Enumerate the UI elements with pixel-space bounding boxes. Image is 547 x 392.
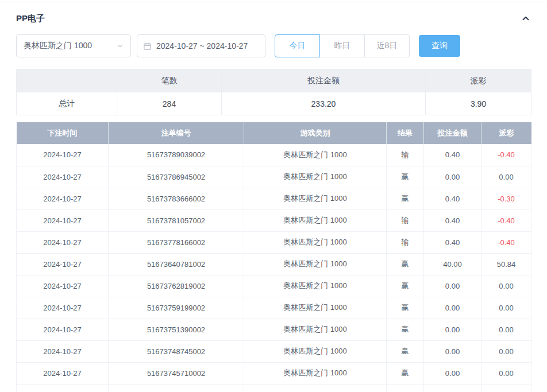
table-row: 2024-10-27 51673745710002 奥林匹斯之门 1000 赢 … — [17, 362, 531, 384]
table-row: 2024-10-27 51673781057002 奥林匹斯之门 1000 输 … — [17, 209, 531, 231]
table-row: 2024-10-27 51673786945002 奥林匹斯之门 1000 赢 … — [17, 166, 531, 188]
game-type-cell: 奥林匹斯之门 1000 — [244, 340, 387, 362]
bet-id-cell: 51673778166002 — [109, 231, 244, 253]
payout-cell: 0.00 — [481, 340, 531, 362]
chevron-down-icon — [117, 42, 124, 49]
result-cell: 输 — [387, 209, 424, 231]
table-row: 2024-10-27 51673778166002 奥林匹斯之门 1000 输 … — [17, 231, 531, 253]
result-cell: 赢 — [387, 362, 424, 384]
date-range-value: 2024-10-27 ~ 2024-10-27 — [156, 41, 248, 51]
game-type-cell: 奥林匹斯之门 1000 — [244, 319, 387, 340]
table-row: 2024-10-27 51673789039002 奥林匹斯之门 1000 输 … — [17, 144, 531, 166]
header-bet-time: 下注时间 — [17, 122, 109, 144]
bet-amount-cell: 0.00 — [424, 340, 481, 362]
total-payout-cell: 3.90 — [426, 92, 531, 115]
bet-time-cell: 2024-10-27 — [17, 340, 109, 362]
partial-row — [17, 384, 531, 392]
summary-total-row: 总计 284 233.20 3.90 — [17, 92, 531, 115]
filter-bar: 奥林匹斯之门 1000 2024-10-27 ~ 2024-10-27 今日 昨… — [16, 34, 531, 57]
header-result: 结果 — [387, 122, 424, 144]
game-select-value: 奥林匹斯之门 1000 — [24, 41, 92, 51]
bet-time-cell: 2024-10-27 — [17, 188, 109, 209]
table-row: 2024-10-27 51673748745002 奥林匹斯之门 1000 赢 … — [17, 340, 531, 362]
bet-amount-cell: 0.00 — [424, 362, 481, 384]
result-cell: 赢 — [387, 319, 424, 340]
table-row: 2024-10-27 51673783666002 奥林匹斯之门 1000 赢 … — [17, 188, 531, 209]
bet-table-body: 2024-10-27 51673789039002 奥林匹斯之门 1000 输 … — [17, 144, 531, 384]
summary-header-row: 笔数 投注金额 派彩 — [17, 69, 531, 92]
bet-table: 下注时间 注单编号 游戏类别 结果 投注金额 派彩 2024-10-27 516… — [16, 122, 531, 392]
result-cell: 赢 — [387, 297, 424, 319]
header-bet-id: 注单编号 — [109, 122, 244, 144]
summary-header-bet-amount: 投注金额 — [222, 69, 426, 92]
game-type-cell: 奥林匹斯之门 1000 — [244, 209, 387, 231]
payout-cell: -0.40 — [481, 231, 531, 253]
panel-header: PP电子 — [16, 2, 531, 34]
game-select[interactable]: 奥林匹斯之门 1000 — [16, 34, 131, 57]
bet-id-cell: 51673748745002 — [109, 340, 244, 362]
bet-time-cell: 2024-10-27 — [17, 319, 109, 340]
total-label-cell: 总计 — [17, 92, 117, 115]
header-payout: 派彩 — [481, 122, 531, 144]
table-row: 2024-10-27 51673762819002 奥林匹斯之门 1000 赢 … — [17, 275, 531, 297]
summary-header-count: 笔数 — [117, 69, 222, 92]
bet-id-cell: 51673783666002 — [109, 188, 244, 209]
quick-range-group: 今日 昨日 近8日 — [275, 34, 410, 57]
bet-time-cell: 2024-10-27 — [17, 144, 109, 166]
bet-amount-cell: 0.40 — [424, 209, 481, 231]
bet-id-cell: 51673640781002 — [109, 253, 244, 275]
result-cell: 赢 — [387, 253, 424, 275]
game-type-cell: 奥林匹斯之门 1000 — [244, 275, 387, 297]
table-row: 2024-10-27 51673751390002 奥林匹斯之门 1000 赢 … — [17, 319, 531, 340]
bet-time-cell: 2024-10-27 — [17, 209, 109, 231]
bet-time-cell: 2024-10-27 — [17, 166, 109, 188]
bet-id-cell: 51673745710002 — [109, 362, 244, 384]
bet-time-cell: 2024-10-27 — [17, 275, 109, 297]
payout-cell: 0.00 — [481, 166, 531, 188]
table-row: 2024-10-27 51673759199002 奥林匹斯之门 1000 赢 … — [17, 297, 531, 319]
bet-time-cell: 2024-10-27 — [17, 231, 109, 253]
result-cell: 赢 — [387, 275, 424, 297]
bet-amount-cell: 0.00 — [424, 275, 481, 297]
bet-id-cell: 51673759199002 — [109, 297, 244, 319]
bet-amount-cell: 0.40 — [424, 144, 481, 166]
game-type-cell: 奥林匹斯之门 1000 — [244, 166, 387, 188]
calendar-icon — [143, 42, 152, 51]
game-type-cell: 奥林匹斯之门 1000 — [244, 188, 387, 209]
header-bet-amount: 投注金额 — [424, 122, 481, 144]
game-type-cell: 奥林匹斯之门 1000 — [244, 362, 387, 384]
date-range-input[interactable]: 2024-10-27 ~ 2024-10-27 — [137, 34, 265, 57]
collapse-button[interactable] — [521, 13, 531, 24]
summary-table: 笔数 投注金额 派彩 总计 284 233.20 3.90 — [16, 69, 531, 115]
payout-cell: 0.00 — [481, 275, 531, 297]
game-type-cell: 奥林匹斯之门 1000 — [244, 231, 387, 253]
bet-amount-cell: 0.00 — [424, 297, 481, 319]
result-cell: 赢 — [387, 188, 424, 209]
quick-range-yesterday-button[interactable]: 昨日 — [319, 34, 365, 57]
bet-amount-cell: 40.00 — [424, 253, 481, 275]
query-button[interactable]: 查询 — [419, 35, 460, 57]
payout-cell: 50.84 — [481, 253, 531, 275]
chevron-up-icon — [521, 13, 531, 24]
result-cell: 输 — [387, 144, 424, 166]
header-game-type: 游戏类别 — [244, 122, 387, 144]
bet-amount-cell: 0.00 — [424, 166, 481, 188]
total-bet-amount-cell: 233.20 — [222, 92, 426, 115]
payout-cell: 0.00 — [481, 297, 531, 319]
table-row: 2024-10-27 51673640781002 奥林匹斯之门 1000 赢 … — [17, 253, 531, 275]
result-cell: 赢 — [387, 340, 424, 362]
bet-time-cell: 2024-10-27 — [17, 297, 109, 319]
bet-amount-cell: 0.00 — [424, 319, 481, 340]
bet-id-cell: 51673781057002 — [109, 209, 244, 231]
bet-table-header-row: 下注时间 注单编号 游戏类别 结果 投注金额 派彩 — [17, 122, 531, 144]
bet-id-cell: 51673762819002 — [109, 275, 244, 297]
summary-header-payout: 派彩 — [426, 69, 531, 92]
game-type-cell: 奥林匹斯之门 1000 — [244, 297, 387, 319]
bet-time-cell: 2024-10-27 — [17, 362, 109, 384]
payout-cell: -0.40 — [481, 144, 531, 166]
page: PP电子 奥林匹斯之门 1000 2024-10-27 ~ — [0, 2, 547, 392]
quick-range-today-button[interactable]: 今日 — [275, 34, 320, 57]
quick-range-last8days-button[interactable]: 近8日 — [364, 34, 410, 57]
result-cell: 输 — [387, 231, 424, 253]
bet-id-cell: 51673789039002 — [109, 144, 244, 166]
